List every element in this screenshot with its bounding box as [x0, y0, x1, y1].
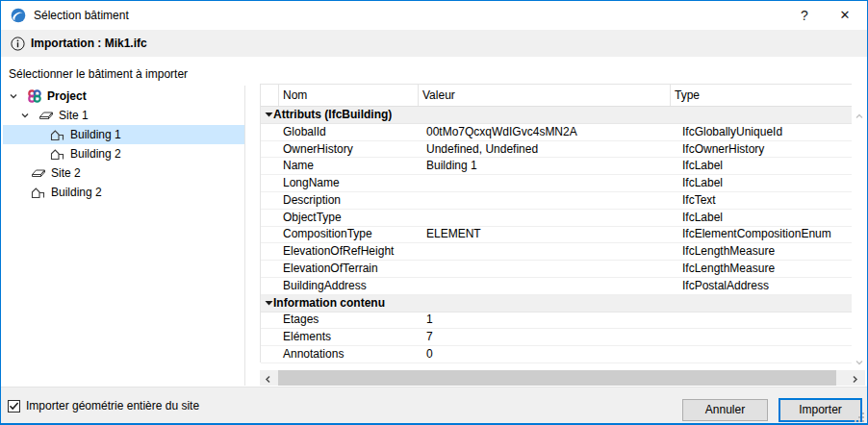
- table-row[interactable]: ObjectTypeIfcLabel: [261, 210, 852, 227]
- cell-nom: GlobalId: [279, 124, 422, 140]
- close-button[interactable]: ✕: [829, 1, 861, 30]
- table-row[interactable]: Etages1: [261, 312, 852, 330]
- app-logo-icon: [11, 8, 26, 23]
- section-title: Attributs (IfcBuilding): [273, 108, 392, 121]
- panel-divider: [244, 86, 245, 386]
- section-title: Information contenu: [273, 296, 385, 310]
- cell-nom: BuildingAddress: [279, 278, 422, 294]
- tree-item-label: Building 2: [46, 186, 102, 199]
- cell-valeur: 7: [422, 329, 678, 345]
- site-icon: [38, 108, 54, 123]
- scroll-up-icon[interactable]: [855, 111, 864, 120]
- cell-valeur: ELEMENT: [422, 226, 678, 242]
- tree-item-label: Building 1: [65, 128, 121, 141]
- cell-valeur: 00tMo7QcxqWdIGvc4sMN2A: [422, 124, 678, 140]
- building-icon: [49, 127, 65, 142]
- site-icon: [30, 165, 46, 181]
- cell-type: IfcLabel: [678, 175, 863, 191]
- building-tree: ProjectSite 1Building 1Building 2Site 2B…: [3, 87, 244, 202]
- table-row[interactable]: Eléments7: [261, 329, 852, 346]
- import-info-bar: Importation : Mik1.ifc: [1, 30, 867, 57]
- cell-type: IfcPostalAddress: [678, 278, 863, 294]
- cell-valeur: 0: [422, 346, 678, 362]
- import-button[interactable]: Importer: [779, 398, 862, 422]
- cell-type: IfcText: [678, 192, 863, 209]
- table-row[interactable]: ElevationOfRefHeightIfcLengthMeasure: [261, 243, 852, 261]
- scroll-down-icon[interactable]: [855, 357, 864, 366]
- import-file-label: Importation : Mik1.ifc: [31, 30, 147, 57]
- cell-nom: Name: [279, 158, 422, 174]
- dialog-footer: Importer géométrie entière du site Annul…: [1, 387, 867, 424]
- cell-valeur: Undefined, Undefined: [422, 141, 678, 158]
- table-row[interactable]: GlobalId00tMo7QcxqWdIGvc4sMN2AIfcGloball…: [261, 124, 852, 141]
- cell-nom: Annotations: [279, 346, 422, 362]
- cell-valeur: Building 1: [422, 158, 678, 174]
- column-header-nom[interactable]: Nom: [279, 85, 419, 106]
- cell-type: IfcLabel: [678, 210, 863, 226]
- tree-item-label: Site 2: [46, 166, 81, 180]
- collapse-triangle-icon[interactable]: [261, 111, 273, 119]
- title-bar: Sélection bâtiment ? ✕: [1, 1, 867, 30]
- cell-type: IfcGloballyUniqueId: [678, 124, 863, 140]
- tree-item-building-2[interactable]: Building 2: [3, 183, 244, 202]
- column-header-type[interactable]: Type: [671, 85, 852, 106]
- tree-item-building-1[interactable]: Building 1: [3, 125, 244, 144]
- scroll-left-icon[interactable]: [264, 373, 272, 382]
- tree-indent: [20, 163, 30, 183]
- cell-nom: CompositionType: [279, 226, 422, 242]
- cell-nom: OwnerHistory: [279, 141, 422, 158]
- project-icon: [26, 88, 42, 104]
- tree-item-project[interactable]: Project: [3, 87, 244, 106]
- cell-nom: ElevationOfTerrain: [279, 261, 422, 277]
- dialog-title: Sélection bâtiment: [34, 1, 129, 30]
- table-row[interactable]: LongNameIfcLabel: [261, 175, 852, 192]
- cell-nom: ElevationOfRefHeight: [279, 243, 422, 260]
- select-building-label: Sélectionner le bâtiment à importer: [9, 67, 188, 81]
- table-row[interactable]: BuildingAddressIfcPostalAddress: [261, 278, 852, 295]
- table-row[interactable]: ElevationOfTerrainIfcLengthMeasure: [261, 261, 852, 278]
- tree-item-site-1[interactable]: Site 1: [3, 106, 244, 125]
- table-section-header[interactable]: Information contenu: [261, 295, 852, 312]
- tree-item-label: Site 1: [54, 109, 89, 122]
- column-header-valeur[interactable]: Valeur: [419, 85, 671, 106]
- cell-nom: ObjectType: [279, 210, 422, 226]
- table-row[interactable]: NameBuilding 1IfcLabel: [261, 158, 852, 175]
- scroll-right-icon[interactable]: [851, 373, 859, 382]
- import-site-geometry-checkbox[interactable]: Importer géométrie entière du site: [8, 399, 199, 412]
- tree-item-site-2[interactable]: Site 2: [3, 163, 244, 183]
- building-icon: [49, 146, 65, 162]
- cell-nom: Eléments: [279, 329, 422, 345]
- cell-nom: Etages: [279, 312, 422, 328]
- checkbox-label: Importer géométrie entière du site: [20, 399, 199, 412]
- vertical-scrollbar[interactable]: [852, 107, 867, 370]
- cell-nom: Description: [279, 192, 422, 209]
- properties-table: NomValeurType Attributs (IfcBuilding)Glo…: [260, 84, 852, 362]
- horizontal-scrollbar[interactable]: [260, 370, 865, 386]
- table-row[interactable]: OwnerHistoryUndefined, UndefinedIfcOwner…: [261, 141, 852, 159]
- cell-type: IfcLengthMeasure: [678, 261, 863, 277]
- collapse-triangle-icon[interactable]: [261, 299, 273, 308]
- tree-indent: [20, 183, 30, 202]
- tree-item-building-2[interactable]: Building 2: [3, 144, 244, 163]
- header-gutter: [261, 85, 279, 106]
- tree-indent: [32, 144, 49, 163]
- chevron-down-icon[interactable]: [20, 106, 38, 125]
- cell-type: IfcOwnerHistory: [678, 141, 863, 158]
- tree-item-label: Project: [42, 89, 87, 103]
- scrollbar-thumb[interactable]: [278, 370, 836, 386]
- cancel-button[interactable]: Annuler: [682, 399, 768, 421]
- cell-type: IfcElementCompositionEnum: [678, 226, 863, 242]
- resize-grip-icon[interactable]: [853, 411, 864, 422]
- table-header: NomValeurType: [261, 85, 852, 107]
- tree-item-label: Building 2: [65, 147, 121, 161]
- help-button[interactable]: ?: [788, 1, 821, 30]
- chevron-down-icon[interactable]: [9, 87, 26, 106]
- table-body: Attributs (IfcBuilding)GlobalId00tMo7Qcx…: [261, 107, 852, 363]
- table-row[interactable]: CompositionTypeELEMENTIfcElementComposit…: [261, 227, 852, 244]
- table-row[interactable]: Annotations0: [261, 346, 852, 363]
- checkbox-box[interactable]: [8, 400, 20, 412]
- building-selection-dialog: Sélection bâtiment ? ✕ Importation : Mik…: [0, 0, 868, 425]
- table-row[interactable]: DescriptionIfcText: [261, 192, 852, 210]
- building-icon: [30, 185, 46, 200]
- table-section-header[interactable]: Attributs (IfcBuilding): [261, 107, 852, 124]
